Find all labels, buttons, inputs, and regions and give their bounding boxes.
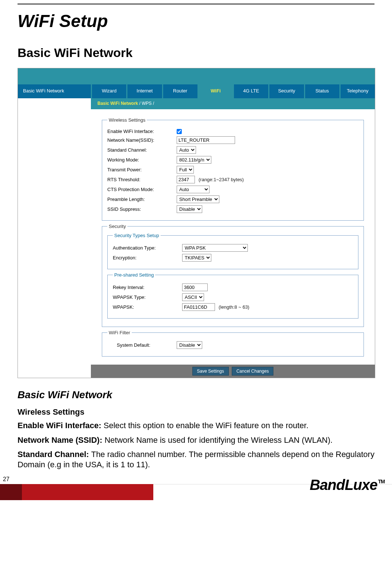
fieldset-security-types: Security Types Setup Authentication Type… [107, 233, 358, 269]
psk-input[interactable] [182, 303, 215, 311]
wireless-settings-heading: Wireless Settings [18, 407, 374, 417]
label-cts: CTS Protection Mode: [107, 187, 177, 192]
label-psk-type: WPAPSK Type: [113, 294, 182, 300]
cts-select[interactable]: Auto [177, 186, 210, 193]
router-ui-screenshot: Basic WiFi Network Wizard Internet Route… [18, 68, 375, 378]
psk-hint: (length:8 ~ 63) [219, 304, 249, 310]
cancel-button[interactable]: Cancel Changes [232, 367, 274, 376]
rts-input[interactable] [177, 176, 195, 183]
label-suppress: SSID Suppress: [107, 206, 177, 212]
ssid-input[interactable] [177, 136, 235, 144]
enable-wifi-checkbox[interactable] [177, 129, 182, 134]
fieldset-filter: WiFi Filter System Default: Disable [102, 330, 364, 357]
para-ssid: Network Name (SSID): Network Name is use… [18, 435, 374, 445]
label-power: Transmit Power: [107, 167, 177, 172]
sub-tabs: Basic WiFi Network / WPS / [91, 98, 375, 109]
label-channel: Standard Channel: [107, 147, 177, 153]
tab-telephony[interactable]: Telephony [339, 84, 375, 98]
tab-router[interactable]: Router [162, 84, 197, 98]
label-system-default: System Default: [107, 342, 177, 348]
subtab-basic[interactable]: Basic WiFi Network [97, 101, 138, 106]
label-ssid: Network Name(SSID): [107, 137, 177, 143]
mode-select[interactable]: 802.11b/g/n [177, 156, 211, 164]
subsection-title: Basic WiFi Network [18, 389, 374, 401]
fieldset-wireless: Wireless Settings Enable WiFi Interface:… [102, 117, 364, 221]
action-bar: Save Settings Cancel Changes [91, 365, 375, 378]
label-auth: Authentication Type: [113, 245, 182, 251]
encryption-select[interactable]: TKIPAES [182, 254, 211, 262]
auth-select[interactable]: WPA PSK [182, 244, 248, 252]
brand-logo: BandLuxeTM [310, 477, 384, 493]
label-rts: RTS Threshold: [107, 177, 177, 182]
channel-select[interactable]: Auto [177, 146, 196, 154]
page-title: WiFi Setup [18, 11, 374, 31]
label-psk: WPAPSK: [113, 304, 182, 310]
legend-wireless: Wireless Settings [107, 117, 147, 123]
legend-psk: Pre-shared Setting [113, 272, 155, 278]
power-select[interactable]: Full [177, 166, 194, 174]
tab-4glte[interactable]: 4G LTE [233, 84, 268, 98]
label-enable-wifi: Enable WiFi Interface: [107, 129, 177, 134]
sidebar-title: Basic WiFi Network [18, 84, 91, 98]
label-enc: Encryption: [113, 255, 182, 260]
subtab-wps[interactable]: WPS [142, 101, 151, 106]
section-title: Basic WiFi Network [18, 46, 374, 60]
suppress-select[interactable]: Disable [177, 205, 202, 213]
fieldset-security: Security Security Types Setup Authentica… [102, 224, 364, 327]
page-number: 27 [3, 476, 9, 483]
filter-select[interactable]: Disable [177, 341, 202, 349]
para-enable: Enable WiFi Interface: Select this optio… [18, 421, 374, 431]
fieldset-psk: Pre-shared Setting Rekey Interval: WPAPS… [107, 272, 358, 319]
label-mode: Working Mode: [107, 157, 177, 163]
psktype-select[interactable]: ASCII [182, 293, 204, 301]
tab-wizard[interactable]: Wizard [91, 84, 126, 98]
footer: 27 BandLuxeTM [0, 476, 392, 505]
legend-filter: WiFi Filter [107, 330, 132, 335]
rekey-input[interactable] [182, 284, 208, 291]
tab-status[interactable]: Status [304, 84, 339, 98]
rts-hint: (range:1~2347 bytes) [199, 177, 244, 182]
para-channel: Standard Channel: The radio channel numb… [18, 449, 374, 469]
tab-internet[interactable]: Internet [126, 84, 162, 98]
legend-security: Security [107, 224, 127, 229]
preamble-select[interactable]: Short Preamble [177, 195, 219, 203]
main-tabs: Wizard Internet Router WiFi 4G LTE Secur… [91, 84, 375, 98]
tab-wifi[interactable]: WiFi [197, 84, 233, 98]
label-rekey: Rekey Interval: [113, 285, 182, 290]
save-button[interactable]: Save Settings [192, 367, 229, 376]
legend-security-types: Security Types Setup [113, 233, 161, 238]
label-preamble: Preamble Length: [107, 197, 177, 202]
tab-security[interactable]: Security [268, 84, 304, 98]
